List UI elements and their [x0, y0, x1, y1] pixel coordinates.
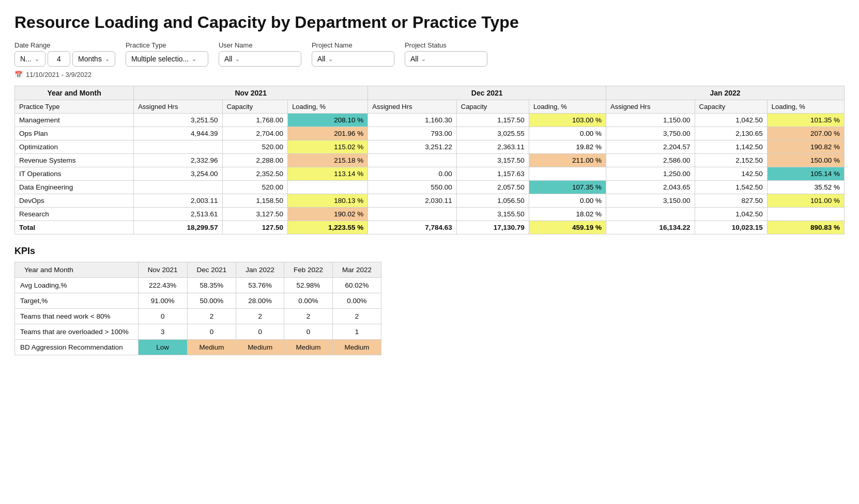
- jan-capacity: 827.50: [695, 194, 767, 208]
- kpi-value: Medium: [187, 340, 236, 355]
- kpi-mar-header: Mar 2022: [332, 262, 381, 278]
- nov-capacity: 520.00: [222, 140, 287, 154]
- table-row: DevOps 2,003.11 1,158.50 180.13 % 2,030.…: [15, 194, 845, 208]
- kpi-value: Medium: [332, 340, 381, 355]
- jan-assigned-header: Assigned Hrs: [606, 100, 695, 114]
- jan-capacity-header: Capacity: [695, 100, 767, 114]
- dec-assigned: 793.00: [368, 127, 457, 140]
- dec-assigned-header: Assigned Hrs: [368, 100, 457, 114]
- jan-loading: 105.14 %: [767, 167, 844, 181]
- dec-assigned: [368, 208, 457, 221]
- date-range-label: Date Range: [14, 41, 115, 49]
- year-month-col-header: Year and Month: [15, 86, 134, 100]
- total-dec-assigned: 7,784.63: [368, 221, 457, 234]
- kpi-row: Teams that need work < 80%02222: [15, 309, 381, 324]
- total-nov-loading: 1,223.55 %: [288, 221, 368, 234]
- kpi-value: 3: [138, 324, 187, 340]
- dec-assigned: 2,030.11: [368, 194, 457, 208]
- practice-type-cell: Research: [15, 208, 134, 221]
- practice-type-cell: IT Operations: [15, 167, 134, 181]
- jan-capacity: 1,042.50: [695, 114, 767, 127]
- kpi-value: 50.00%: [187, 293, 236, 309]
- kpi-value: 2: [332, 309, 381, 324]
- date-range-select[interactable]: N... ⌄: [14, 51, 45, 67]
- kpi-value: 91.00%: [138, 293, 187, 309]
- month-group-header-row: Year and Month Nov 2021 Dec 2021 Jan 202…: [15, 86, 845, 100]
- jan-assigned: 3,750.00: [606, 127, 695, 140]
- jan-loading: 35.52 %: [767, 181, 844, 194]
- jan-capacity: 2,130.65: [695, 127, 767, 140]
- nov-loading: 113.14 %: [288, 167, 368, 181]
- kpi-dec-header: Dec 2021: [187, 262, 236, 278]
- total-jan-assigned: 16,134.22: [606, 221, 695, 234]
- jan-assigned: 1,150.00: [606, 114, 695, 127]
- dec-loading: 18.02 %: [529, 208, 606, 221]
- kpi-row: Avg Loading,%222.43%58.35%53.76%52.98%60…: [15, 278, 381, 293]
- date-range-display: 📅 11/10/2021 - 3/9/2022: [14, 71, 845, 78]
- practice-type-label: Practice Type: [126, 41, 208, 49]
- nov-assigned: 3,251.50: [134, 114, 223, 127]
- practice-type-cell: Ops Plan: [15, 127, 134, 140]
- nov-assigned: 3,254.00: [134, 167, 223, 181]
- jan-loading: [767, 208, 844, 221]
- nov-assigned: [134, 181, 223, 194]
- user-name-filter: User Name All ⌄: [219, 41, 301, 67]
- nov-capacity-header: Capacity: [222, 100, 287, 114]
- dec-capacity: 3,157.50: [456, 154, 529, 167]
- kpi-feb-header: Feb 2022: [284, 262, 332, 278]
- date-range-filter: Date Range N... ⌄ 4 Months ⌄: [14, 41, 115, 67]
- kpi-table: Year and Month Nov 2021 Dec 2021 Jan 202…: [14, 262, 381, 355]
- dec-capacity: 3,155.50: [456, 208, 529, 221]
- nov-assigned: 2,332.96: [134, 154, 223, 167]
- main-table: Year and Month Nov 2021 Dec 2021 Jan 202…: [14, 86, 845, 234]
- nov-group-header: Nov 2021: [134, 86, 368, 100]
- kpi-label: BD Aggression Recommendation: [15, 340, 139, 355]
- project-status-select[interactable]: All ⌄: [405, 51, 487, 67]
- table-row: Management 3,251.50 1,768.00 208.10 % 1,…: [15, 114, 845, 127]
- dec-loading: 107.35 %: [529, 181, 606, 194]
- dec-assigned: 3,251.22: [368, 140, 457, 154]
- total-dec-loading: 459.19 %: [529, 221, 606, 234]
- project-name-select[interactable]: All ⌄: [312, 51, 394, 67]
- nov-assigned: 2,003.11: [134, 194, 223, 208]
- jan-capacity: 1,542.50: [695, 181, 767, 194]
- nov-loading: [288, 181, 368, 194]
- table-row: Data Engineering 520.00 550.00 2,057.50 …: [15, 181, 845, 194]
- dec-loading-header: Loading, %: [529, 100, 606, 114]
- kpi-value: 28.00%: [236, 293, 284, 309]
- kpi-row: Target,%91.00%50.00%28.00%0.00%0.00%: [15, 293, 381, 309]
- kpi-year-month-header: Year and Month: [15, 262, 139, 278]
- jan-loading: 190.82 %: [767, 140, 844, 154]
- filters-bar: Date Range N... ⌄ 4 Months ⌄ Practice Ty…: [14, 41, 845, 67]
- kpi-value: 0: [138, 309, 187, 324]
- dec-assigned: [368, 154, 457, 167]
- project-status-label: Project Status: [405, 41, 487, 49]
- practice-type-filter: Practice Type Multiple selectio... ⌄: [126, 41, 208, 67]
- kpi-value: 0: [187, 324, 236, 340]
- nov-assigned: 4,944.39: [134, 127, 223, 140]
- jan-capacity: 2,152.50: [695, 154, 767, 167]
- kpi-value: Medium: [284, 340, 332, 355]
- dec-loading: 211.00 %: [529, 154, 606, 167]
- table-row: IT Operations 3,254.00 2,352.50 113.14 %…: [15, 167, 845, 181]
- kpi-value: 60.02%: [332, 278, 381, 293]
- kpis-title: KPIs: [14, 246, 845, 257]
- nov-capacity: 1,768.00: [222, 114, 287, 127]
- total-row: Total 18,299.57 127.50 1,223.55 % 7,784.…: [15, 221, 845, 234]
- months-unit-select[interactable]: Months ⌄: [72, 51, 115, 67]
- kpi-label: Avg Loading,%: [15, 278, 139, 293]
- practice-type-select[interactable]: Multiple selectio... ⌄: [126, 51, 208, 67]
- jan-loading: 207.00 %: [767, 127, 844, 140]
- user-name-select[interactable]: All ⌄: [219, 51, 301, 67]
- jan-assigned: 2,204.57: [606, 140, 695, 154]
- dec-group-header: Dec 2021: [368, 86, 606, 100]
- kpi-value: Medium: [236, 340, 284, 355]
- dec-capacity-header: Capacity: [456, 100, 529, 114]
- nov-capacity: 2,288.00: [222, 154, 287, 167]
- chevron-down-icon2: ⌄: [105, 56, 110, 62]
- kpi-row: BD Aggression RecommendationLowMediumMed…: [15, 340, 381, 355]
- months-num-input[interactable]: 4: [48, 51, 70, 67]
- nov-loading: 208.10 %: [288, 114, 368, 127]
- practice-type-cell: Revenue Systems: [15, 154, 134, 167]
- chevron-down-icon3: ⌄: [192, 56, 196, 62]
